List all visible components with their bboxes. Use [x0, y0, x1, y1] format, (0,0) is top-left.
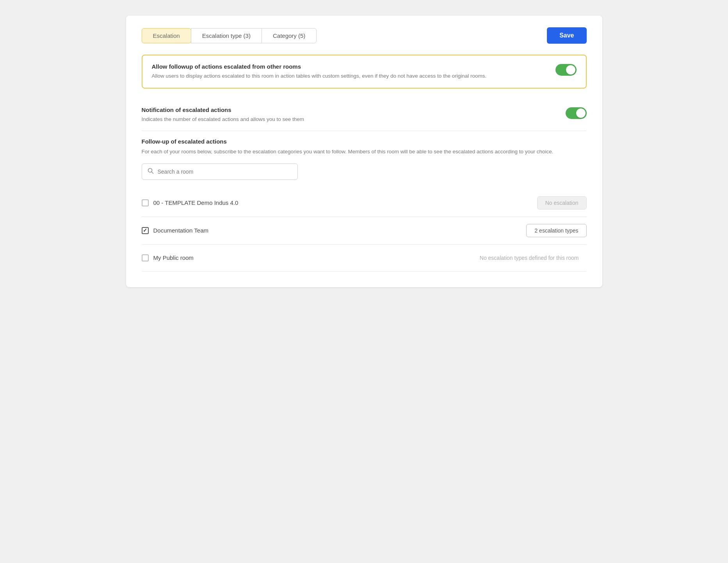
allow-followup-toggle[interactable]	[555, 64, 577, 76]
tab-escalation[interactable]: Escalation	[142, 28, 191, 43]
allow-followup-desc: Allow users to display actions escalated…	[152, 72, 548, 80]
notification-toggle[interactable]	[566, 107, 587, 119]
toggle-slider-notification	[566, 107, 587, 119]
search-input[interactable]	[158, 169, 292, 175]
room-left: My Public room	[142, 254, 194, 261]
room-left: Documentation Team	[142, 227, 208, 234]
notification-text: Notification of escalated actions Indica…	[142, 107, 558, 123]
room-left: 00 - TEMPLATE Demo Indus 4.0	[142, 199, 239, 206]
toggle-slider	[555, 64, 577, 76]
allow-followup-title: Allow followup of actions escalated from…	[152, 63, 548, 70]
table-row: Documentation Team 2 escalation types	[142, 217, 587, 245]
room-checkbox-0[interactable]	[142, 199, 149, 206]
room-badge-0: No escalation	[537, 196, 587, 210]
room-name-2: My Public room	[153, 254, 194, 261]
room-badge-1[interactable]: 2 escalation types	[526, 224, 586, 237]
followup-escalated-desc: For each of your rooms below, subscribe …	[142, 148, 587, 156]
followup-escalated-title: Follow-up of escalated actions	[142, 138, 587, 145]
main-container: Escalation Escalation type (3) Category …	[126, 16, 602, 287]
table-row: My Public room No escalation types defin…	[142, 245, 587, 272]
svg-line-1	[151, 172, 153, 173]
room-checkbox-1[interactable]	[142, 227, 149, 234]
room-checkbox-2[interactable]	[142, 254, 149, 261]
notification-desc: Indicates the number of escalated action…	[142, 115, 558, 123]
followup-escalated-section: Follow-up of escalated actions For each …	[142, 131, 587, 272]
search-icon	[148, 168, 154, 176]
room-name-0: 00 - TEMPLATE Demo Indus 4.0	[153, 199, 239, 206]
allow-followup-section: Allow followup of actions escalated from…	[142, 55, 587, 89]
room-badge-2: No escalation types defined for this roo…	[472, 252, 587, 264]
allow-followup-text: Allow followup of actions escalated from…	[152, 63, 548, 80]
header-row: Escalation Escalation type (3) Category …	[142, 27, 587, 44]
search-container	[142, 163, 298, 180]
table-row: 00 - TEMPLATE Demo Indus 4.0 No escalati…	[142, 189, 587, 217]
tab-category[interactable]: Category (5)	[262, 28, 317, 43]
notification-section: Notification of escalated actions Indica…	[142, 99, 587, 131]
notification-title: Notification of escalated actions	[142, 107, 558, 113]
tabs: Escalation Escalation type (3) Category …	[142, 28, 317, 43]
tab-escalation-type[interactable]: Escalation type (3)	[191, 28, 262, 43]
save-button[interactable]: Save	[547, 27, 586, 44]
room-list: 00 - TEMPLATE Demo Indus 4.0 No escalati…	[142, 189, 587, 272]
room-name-1: Documentation Team	[153, 227, 208, 234]
